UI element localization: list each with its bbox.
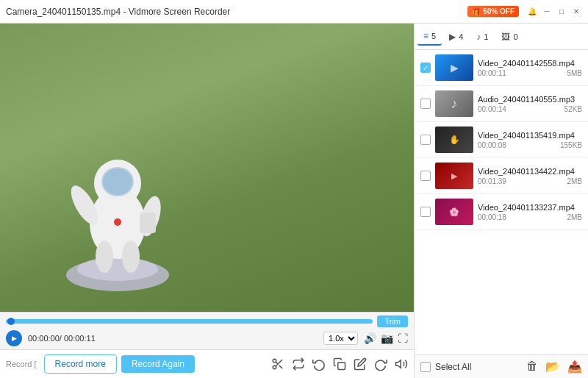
seek-handle[interactable]	[7, 318, 15, 325]
edit-button[interactable]	[354, 357, 367, 371]
window-controls: 🎁 50% OFF 🔔 ─ □ ✕	[467, 6, 582, 18]
svg-point-10	[114, 218, 121, 226]
folder-open-icon[interactable]: 📂	[545, 360, 560, 374]
list-item[interactable]: ✋Video_240401135419.mp400:00:08155KB	[415, 122, 588, 158]
fullscreen-icon[interactable]: ⛶	[398, 332, 408, 344]
list-item[interactable]: 🌸Video_240401133237.mp400:00:182MB	[415, 194, 588, 230]
file-checkbox[interactable]	[420, 171, 431, 181]
file-meta: 00:00:115MB	[478, 69, 582, 77]
rotate-button[interactable]	[312, 357, 326, 371]
file-name: Audio_240401140555.mp3	[478, 95, 582, 104]
file-checkbox[interactable]: ✓	[420, 63, 431, 73]
left-panel: Trim ▶ 00:00:00/ 00:00:11 1.0x 🔊 📷 ⛶	[0, 24, 414, 378]
audio-icon	[395, 357, 408, 371]
record-again-button[interactable]: Record Again	[121, 355, 195, 373]
select-all-label: Select All	[435, 362, 471, 372]
file-duration: 00:00:08	[478, 141, 506, 149]
main-container: Trim ▶ 00:00:00/ 00:00:11 1.0x 🔊 📷 ⛶	[0, 24, 588, 378]
camera-icon[interactable]: 📷	[381, 332, 393, 344]
bell-icon[interactable]: 🔔	[526, 6, 538, 18]
svg-line-16	[276, 362, 278, 364]
merge-icon	[292, 357, 305, 371]
file-checkbox[interactable]	[420, 207, 431, 217]
svg-rect-11	[140, 213, 156, 233]
close-button[interactable]: ✕	[570, 6, 582, 18]
file-meta: 00:01:392MB	[478, 177, 582, 185]
copy-icon	[333, 357, 346, 371]
select-bar: Select All 🗑 📂 📤	[415, 354, 588, 378]
merge-button[interactable]	[292, 357, 305, 371]
playback-row: ▶ 00:00:00/ 00:00:11 1.0x 🔊 📷 ⛶	[6, 330, 408, 346]
export-icon[interactable]: 📤	[567, 360, 582, 374]
file-size: 2MB	[567, 177, 582, 185]
edit-icon	[354, 357, 367, 371]
file-list: ✓▶Video_240401142558.mp400:00:115MB♪Audi…	[415, 50, 588, 354]
promo-badge[interactable]: 🎁 50% OFF	[467, 6, 519, 17]
tab-video[interactable]: ▶ 4	[443, 29, 469, 45]
file-checkbox[interactable]	[420, 135, 431, 145]
record-more-button[interactable]: Record more	[44, 354, 117, 374]
svg-point-9	[122, 240, 140, 273]
file-info: Video_240401135419.mp400:00:08155KB	[478, 131, 582, 149]
file-name: Video_240401135419.mp4	[478, 131, 582, 140]
maximize-button[interactable]: □	[556, 6, 567, 18]
tab-image-count: 0	[513, 32, 517, 41]
svg-marker-18	[396, 360, 401, 368]
svg-point-1	[77, 257, 158, 281]
svg-point-13	[273, 365, 276, 369]
copy-button[interactable]	[333, 357, 346, 371]
file-size: 2MB	[567, 213, 582, 221]
file-thumbnail: ♪	[435, 90, 473, 117]
select-actions: 🗑 📂 📤	[526, 360, 582, 374]
list-item[interactable]: ✓▶Video_240401142558.mp400:00:115MB	[415, 50, 588, 86]
file-thumbnail: ▶	[435, 163, 473, 189]
file-thumbnail: 🌸	[435, 199, 473, 225]
svg-point-5	[103, 168, 132, 195]
tab-audio-count: 1	[484, 32, 488, 41]
seek-bar[interactable]	[6, 319, 373, 324]
file-info: Audio_240401140555.mp300:00:1452KB	[478, 95, 582, 113]
right-panel: ≡ 5 ▶ 4 ♪ 1 🖼 0 ✓▶Video_240401142558.mp4…	[414, 24, 588, 378]
trim-button[interactable]: Trim	[377, 315, 408, 327]
svg-rect-17	[338, 363, 345, 370]
title-bar: Camera_240401150135.mp4 - Vidmore Screen…	[0, 0, 588, 24]
svg-line-15	[279, 365, 282, 368]
video-tab-icon: ▶	[449, 32, 456, 42]
minimize-button[interactable]: ─	[541, 6, 553, 18]
time-display: 00:00:00/ 00:00:11	[28, 334, 96, 343]
file-thumbnail: ✋	[435, 126, 473, 153]
image-tab-icon: 🖼	[501, 32, 510, 42]
file-meta: 00:00:08155KB	[478, 141, 582, 149]
seek-bar-container: Trim ▶ 00:00:00/ 00:00:11 1.0x 🔊 📷 ⛶	[0, 312, 414, 349]
refresh-icon	[374, 357, 387, 371]
list-item[interactable]: ♪Audio_240401140555.mp300:00:1452KB	[415, 86, 588, 122]
svg-point-12	[273, 359, 276, 363]
volume-icon[interactable]: 🔊	[364, 332, 376, 344]
file-name: Video_240401142558.mp4	[478, 59, 582, 68]
play-button[interactable]: ▶	[6, 330, 22, 346]
file-duration: 00:00:18	[478, 213, 506, 221]
left-bottom: Trim ▶ 00:00:00/ 00:00:11 1.0x 🔊 📷 ⛶	[0, 312, 414, 378]
refresh-button[interactable]	[374, 357, 387, 371]
file-info: Video_240401142558.mp400:00:115MB	[478, 59, 582, 77]
delete-icon[interactable]: 🗑	[526, 360, 538, 374]
action-icons	[271, 357, 408, 371]
audio-button[interactable]	[395, 357, 408, 371]
speed-select[interactable]: 1.0x	[323, 332, 358, 345]
file-meta: 00:00:182MB	[478, 213, 582, 221]
tab-image[interactable]: 🖼 0	[495, 29, 523, 45]
file-duration: 00:00:11	[478, 69, 506, 77]
list-item[interactable]: ▶Video_240401134422.mp400:01:392MB	[415, 158, 588, 194]
scissors-icon	[271, 357, 284, 371]
scissors-button[interactable]	[271, 357, 284, 371]
tab-audio[interactable]: ♪ 1	[470, 29, 494, 45]
window-title: Camera_240401150135.mp4 - Vidmore Screen…	[6, 7, 467, 17]
file-info: Video_240401133237.mp400:00:182MB	[478, 203, 582, 221]
playback-icons: 🔊 📷 ⛶	[364, 332, 408, 344]
select-all-checkbox[interactable]	[420, 362, 431, 372]
svg-point-8	[96, 240, 113, 273]
record-label: Record [	[6, 360, 37, 368]
tab-all[interactable]: ≡ 5	[417, 28, 442, 46]
list-icon: ≡	[423, 31, 429, 41]
file-checkbox[interactable]	[420, 99, 431, 109]
